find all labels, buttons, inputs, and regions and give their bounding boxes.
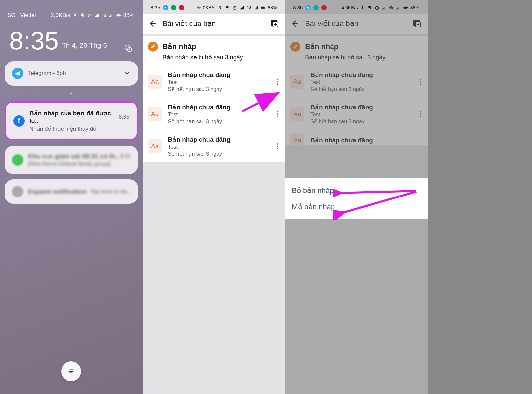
bluetooth-icon	[72, 13, 78, 18]
section-title: Bản nháp	[163, 42, 196, 51]
draft-item[interactable]: Aa Bản nháp chưa đăng Test Sẽ hết hạn sa…	[143, 98, 285, 130]
battery-icon	[116, 13, 121, 18]
compose-button[interactable]	[270, 19, 280, 29]
notif-time: 8:35	[119, 114, 129, 120]
alarm-icon	[374, 5, 380, 10]
discard-draft-option[interactable]: Bỏ bản nháp	[292, 186, 421, 195]
notif-title: Khu vực giám sát 08:31 có th..	[28, 152, 119, 160]
draft-thumbnail: Aa	[148, 75, 162, 89]
bluetooth-icon	[217, 5, 223, 10]
battery-label: 88%	[123, 12, 135, 19]
alarm-icon	[87, 13, 92, 18]
facebook-draft-notification[interactable]: f Bản nháp của bạn đã được lư.. 8:35 Nhấ…	[5, 101, 138, 140]
draft-thumbnail: Aa	[148, 139, 162, 153]
svg-rect-3	[117, 15, 120, 16]
signal2-icon	[396, 5, 401, 10]
network-type-label: 4G	[102, 13, 107, 17]
drafts-screen-with-popup: 8:35 4,6KB/s 4G 88% Bài viết của bạn Bản…	[285, 0, 428, 394]
draft-title: Bản nháp chưa đăng	[310, 71, 412, 79]
draft-thumbnail: Aa	[290, 107, 304, 121]
whatsapp-icon	[12, 154, 23, 166]
more-options-button[interactable]	[276, 142, 280, 151]
status-bar: 5G | Viettel 2,0KB/s 4G 88%	[0, 0, 143, 19]
battery-label: 88%	[268, 5, 277, 10]
generic-app-icon	[12, 186, 23, 197]
app-header: Bài viết của bạn	[143, 14, 285, 34]
more-options-button[interactable]	[418, 110, 422, 118]
notif-subtitle: Nhấn để thực hiện thay đổi	[29, 125, 129, 132]
section-subtitle: Bản nháp sẽ bị bỏ sau 3 ngày	[305, 54, 422, 61]
back-arrow-icon[interactable]	[148, 19, 157, 28]
compose-button[interactable]	[412, 19, 422, 29]
signal-icon	[239, 5, 245, 10]
network-type-label: 4G	[389, 6, 393, 9]
telegram-icon	[12, 68, 23, 79]
lockscreen-clock: 8:35	[9, 28, 59, 53]
lockscreen-date: Th 4, 29 Thg 6	[62, 41, 107, 49]
battery-icon	[403, 5, 408, 10]
battery-icon	[260, 5, 266, 10]
telegram-status-icon	[305, 5, 311, 10]
bluetooth-icon	[360, 5, 365, 10]
page-indicator: ●	[5, 91, 138, 96]
page-title: Bài viết của bạn	[305, 19, 406, 28]
draft-expire: Sẽ hết hạn sau 3 ngày	[168, 118, 270, 125]
telegram-status-icon	[163, 5, 168, 10]
open-draft-option[interactable]: Mở bản nháp	[292, 203, 421, 211]
mute-icon	[80, 13, 85, 18]
notif-app-name: Telegram	[28, 70, 51, 76]
draft-title: Bản nháp chưa đăng	[168, 136, 270, 143]
signal2-icon	[253, 5, 258, 10]
notif-subtitle: Tap here to dis..	[90, 188, 131, 195]
mute-icon	[367, 5, 372, 10]
notif-subtitle: [Nhà-Home-Default family group]	[28, 161, 131, 167]
data-speed: 4,6KB/s	[341, 5, 358, 10]
draft-title: Bản nháp chưa đăng	[310, 136, 422, 144]
more-options-button[interactable]	[276, 77, 280, 86]
draft-item[interactable]: Aa Bản nháp chưa đăng	[285, 130, 428, 145]
draft-expire: Sẽ hết hạn sau 3 ngày	[168, 151, 270, 157]
draft-item[interactable]: Aa Bản nháp chưa đăng Test Sẽ hết hạn sa…	[285, 66, 428, 98]
more-options-button[interactable]	[276, 110, 280, 118]
section-title: Bản nháp	[305, 42, 338, 51]
dnd-icon	[123, 43, 133, 53]
draft-item[interactable]: Aa Bản nháp chưa đăng Test Sẽ hết hạn sa…	[143, 130, 285, 162]
status-dot-icon	[313, 5, 319, 10]
fab-button[interactable]	[61, 361, 81, 381]
telegram-notification[interactable]: Telegram • 6ph	[5, 61, 138, 86]
draft-content: Test	[310, 112, 412, 118]
blurred-notification-2[interactable]: Expand notification Tap here to dis..	[5, 179, 138, 204]
svg-rect-14	[265, 7, 265, 8]
canvas-margin	[428, 0, 532, 394]
alarm-icon	[232, 5, 237, 10]
back-arrow-icon[interactable]	[290, 19, 299, 28]
drafts-section-header: Bản nháp Bản nháp sẽ bị bỏ sau 3 ngày	[285, 36, 428, 66]
draft-thumbnail: Aa	[290, 133, 304, 145]
status-bar: 8:35 55,0KB/s 4G 88%	[143, 0, 285, 14]
signal-icon	[382, 5, 387, 10]
draft-expire: Sẽ hết hạn sau 3 ngày	[310, 86, 412, 92]
draft-expire: Sẽ hết hạn sau 3 ngày	[168, 86, 270, 92]
svg-rect-24	[407, 7, 408, 8]
chevron-down-icon[interactable]	[123, 70, 131, 77]
drafts-screen: 8:35 55,0KB/s 4G 88% Bài viết của bạn Bả…	[143, 0, 285, 394]
draft-expire: Sẽ hết hạn sau 3 ngày	[310, 118, 412, 125]
pencil-icon	[290, 42, 300, 52]
notif-title: Bản nháp của bạn đã được lư..	[29, 109, 119, 125]
draft-content: Test	[168, 112, 270, 118]
draft-item[interactable]: Aa Bản nháp chưa đăng Test Sẽ hết hạn sa…	[285, 98, 428, 130]
draft-title: Bản nháp chưa đăng	[168, 103, 270, 111]
mute-icon	[225, 5, 230, 10]
svg-rect-4	[120, 15, 121, 16]
notif-relative-time: 6ph	[56, 70, 66, 76]
draft-thumbnail: Aa	[290, 75, 304, 89]
pencil-icon	[148, 42, 158, 52]
notification-stack: Telegram • 6ph ● f Bản nháp của bạn đã đ…	[0, 57, 143, 208]
draft-item[interactable]: Aa Bản nháp chưa đăng Test Sẽ hết hạn sa…	[143, 66, 285, 98]
lockscreen-panel: 5G | Viettel 2,0KB/s 4G 88% 8:35 Th 4, 2…	[0, 0, 143, 394]
blurred-notification-1[interactable]: Khu vực giám sát 08:31 có th.. 8:31 [Nhà…	[5, 146, 138, 174]
notif-time: 8:31	[120, 153, 130, 159]
data-speed: 2,0KB/s	[51, 12, 70, 19]
draft-content: Test	[168, 79, 270, 85]
more-options-button[interactable]	[418, 77, 422, 86]
